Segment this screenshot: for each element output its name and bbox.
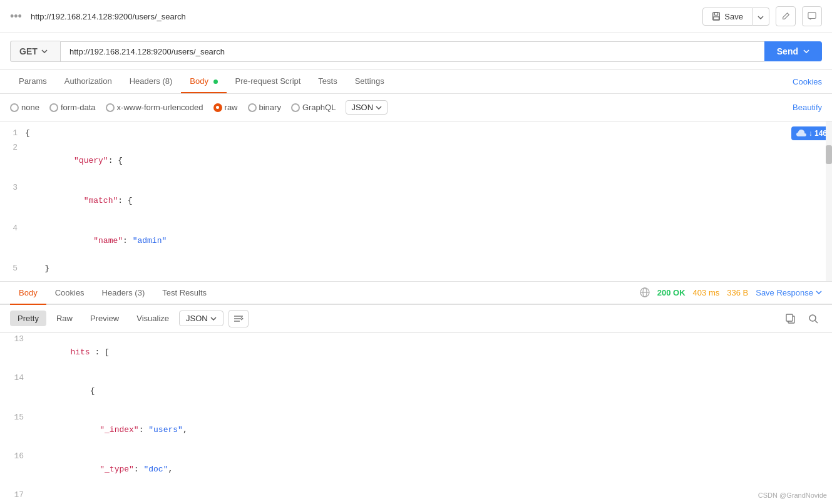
editor-scrollbar-thumb xyxy=(826,145,832,164)
format-raw[interactable]: Raw xyxy=(49,311,80,326)
radio-circle-graphql xyxy=(291,103,300,112)
resp-tab-headers[interactable]: Headers (3) xyxy=(93,282,154,305)
resp-tab-cookies[interactable]: Cookies xyxy=(46,282,93,305)
pencil-icon xyxy=(781,12,790,21)
tab-headers[interactable]: Headers (8) xyxy=(121,70,182,93)
response-size: 336 B xyxy=(727,288,748,297)
search-icon xyxy=(808,314,818,324)
code-line-4: 4 "name": "admin" xyxy=(0,222,832,262)
svg-rect-0 xyxy=(713,13,720,20)
save-button[interactable]: Save xyxy=(702,8,752,26)
radio-binary[interactable]: binary xyxy=(248,103,281,112)
chevron-down-icon xyxy=(758,16,764,19)
radio-none[interactable]: none xyxy=(10,103,39,112)
radio-raw[interactable]: raw xyxy=(213,103,238,112)
save-icon xyxy=(712,12,721,21)
save-dropdown-button[interactable] xyxy=(752,8,769,26)
svg-line-13 xyxy=(815,321,818,323)
code-line-2: 2 "query": { xyxy=(0,141,832,181)
line-content-3: "match": { xyxy=(25,182,832,220)
copy-response-button[interactable] xyxy=(782,310,799,327)
svg-rect-11 xyxy=(786,314,793,321)
globe-icon xyxy=(640,287,650,297)
radio-urlencoded-label: x-www-form-urlencoded xyxy=(117,103,203,112)
format-visualize[interactable]: Visualize xyxy=(129,311,177,326)
radio-binary-label: binary xyxy=(259,103,281,112)
resp-line-15: 15 "_index": "users", xyxy=(0,411,832,450)
save-response-chevron-icon xyxy=(816,291,822,294)
send-button[interactable]: Send xyxy=(764,41,822,61)
dots-icon: ••• xyxy=(10,10,22,23)
resp-tab-test-results[interactable]: Test Results xyxy=(153,282,215,305)
tab-prerequest[interactable]: Pre-request Script xyxy=(227,70,310,93)
resp-line-14: 14 { xyxy=(0,372,832,411)
comment-icon xyxy=(808,12,816,21)
svg-rect-2 xyxy=(714,17,719,19)
radio-circle-form-data xyxy=(49,103,58,112)
wrap-icon xyxy=(234,315,244,322)
resp-content-17: "_id": "AYxB_AxckGBCvFkrv-Kg", xyxy=(31,489,832,504)
radio-graphql[interactable]: GraphQL xyxy=(291,103,336,112)
radio-circle-urlencoded xyxy=(106,103,115,112)
response-time: 403 ms xyxy=(693,288,720,297)
radio-form-data-label: form-data xyxy=(61,103,96,112)
status-code: 200 OK xyxy=(657,288,686,297)
response-icons xyxy=(782,310,822,327)
resp-line-17: 17 "_id": "AYxB_AxckGBCvFkrv-Kg", xyxy=(0,489,832,504)
format-preview[interactable]: Preview xyxy=(83,311,126,326)
edit-button[interactable] xyxy=(776,6,796,26)
wrap-toggle-button[interactable] xyxy=(229,310,249,327)
json-chevron-icon xyxy=(376,106,382,110)
response-json-select[interactable]: JSON xyxy=(179,311,223,326)
response-format-row: Pretty Raw Preview Visualize JSON xyxy=(0,305,832,333)
save-response-button[interactable]: Save Response xyxy=(756,288,822,297)
request-tabs: Params Authorization Headers (8) Body Pr… xyxy=(0,70,832,94)
radio-form-data[interactable]: form-data xyxy=(49,103,96,112)
save-label: Save xyxy=(724,12,743,21)
comment-button[interactable] xyxy=(802,6,822,26)
radio-urlencoded[interactable]: x-www-form-urlencoded xyxy=(106,103,203,112)
json-format-select[interactable]: JSON xyxy=(346,100,388,115)
resp-tab-body[interactable]: Body xyxy=(10,282,46,305)
beautify-button[interactable]: Beautify xyxy=(793,103,822,112)
resp-content-14: { xyxy=(31,372,832,411)
line-content-1: { xyxy=(25,127,832,140)
line-num-4: 4 xyxy=(0,222,25,235)
tab-authorization[interactable]: Authorization xyxy=(56,70,121,93)
cookies-link[interactable]: Cookies xyxy=(793,71,822,93)
radio-graphql-label: GraphQL xyxy=(302,103,336,112)
resp-content-13: hits : [ xyxy=(31,333,832,372)
response-tabs: Body Cookies Headers (3) Test Results 20… xyxy=(0,282,832,305)
response-status-bar: 200 OK 403 ms 336 B Save Response xyxy=(640,287,822,297)
save-button-group: Save xyxy=(702,8,769,26)
line-content-2: "query": { xyxy=(25,141,832,180)
resp-linenum-13: 13 xyxy=(0,333,31,346)
json-format-label: JSON xyxy=(351,103,373,112)
line-num-1: 1 xyxy=(0,127,25,140)
copy-icon xyxy=(786,314,796,324)
resp-linenum-15: 15 xyxy=(0,411,31,424)
format-pretty[interactable]: Pretty xyxy=(10,311,46,326)
method-value: GET xyxy=(19,46,38,56)
tab-params[interactable]: Params xyxy=(10,70,56,93)
method-select[interactable]: GET xyxy=(10,41,60,62)
code-editor: 1 { 2 "query": { 3 "match": { 4 "name": … xyxy=(0,121,832,282)
tab-body[interactable]: Body xyxy=(181,70,226,93)
resp-json-chevron-icon xyxy=(210,317,217,321)
tab-tests[interactable]: Tests xyxy=(309,70,346,93)
request-bar: GET Send xyxy=(0,33,832,70)
radio-raw-label: raw xyxy=(225,103,238,112)
resp-line-16: 16 "_type": "doc", xyxy=(0,450,832,489)
search-response-button[interactable] xyxy=(804,310,822,327)
radio-circle-binary xyxy=(248,103,257,112)
url-input[interactable] xyxy=(60,41,764,62)
radio-none-label: none xyxy=(21,103,39,112)
line-num-3: 3 xyxy=(0,182,25,195)
line-content-5: } xyxy=(25,262,832,275)
resp-content-16: "_type": "doc", xyxy=(31,450,832,489)
line-num-5: 5 xyxy=(0,262,25,275)
tab-settings[interactable]: Settings xyxy=(346,70,393,93)
cloud-count: ↓ 146 xyxy=(809,129,827,138)
editor-scrollbar[interactable] xyxy=(826,121,832,281)
resp-line-13: 13 hits : [ xyxy=(0,333,832,372)
